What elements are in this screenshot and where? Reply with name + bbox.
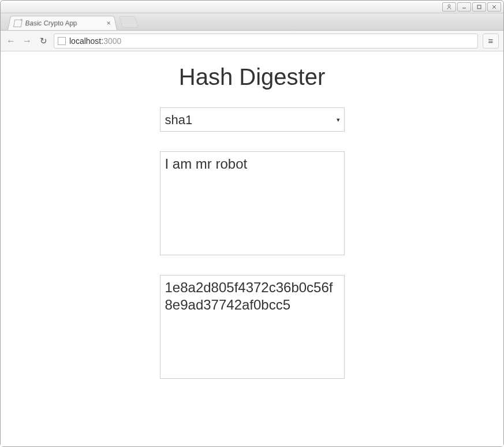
close-window-button[interactable] (487, 2, 501, 12)
algorithm-select[interactable]: sha1 (160, 107, 345, 132)
hash-output: 1e8a2d805f4372c36b0c56f8e9ad37742af0bcc5 (160, 275, 345, 379)
tab-strip: Basic Crypto App × (1, 13, 503, 31)
browser-window: Basic Crypto App × ← → ↻ localhost:3000 … (0, 0, 504, 447)
url-port: 3000 (103, 36, 121, 46)
plaintext-input[interactable] (160, 151, 345, 255)
user-icon-button[interactable] (442, 2, 456, 12)
reload-button[interactable]: ↻ (38, 36, 49, 46)
new-tab-button[interactable] (119, 16, 139, 28)
site-icon (58, 37, 66, 45)
address-bar[interactable]: localhost:3000 (54, 33, 478, 49)
tab-title: Basic Crypto App (25, 19, 77, 27)
page-favicon-icon (13, 19, 23, 27)
svg-rect-2 (477, 5, 481, 9)
app-page: Hash Digester sha1 1e8a2d805f4372c36b0c5… (1, 58, 503, 398)
minimize-button[interactable] (457, 2, 471, 12)
page-viewport: Hash Digester sha1 1e8a2d805f4372c36b0c5… (1, 51, 503, 446)
browser-toolbar: ← → ↻ localhost:3000 ≡ (1, 31, 503, 51)
maximize-button[interactable] (472, 2, 486, 12)
back-button[interactable]: ← (5, 36, 17, 46)
forward-button[interactable]: → (21, 36, 33, 46)
browser-tab[interactable]: Basic Crypto App × (8, 16, 117, 30)
os-titlebar (1, 1, 503, 13)
close-tab-icon[interactable]: × (106, 19, 111, 27)
browser-menu-button[interactable]: ≡ (483, 33, 499, 49)
svg-point-0 (448, 5, 450, 7)
page-title: Hash Digester (179, 64, 325, 90)
url-host: localhost: (69, 36, 103, 46)
